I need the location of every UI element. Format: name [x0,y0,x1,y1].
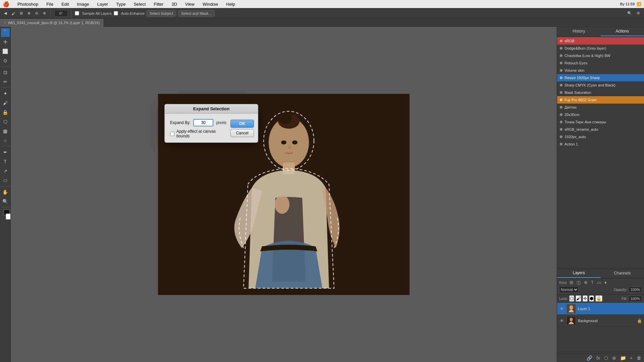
filter-type-btn[interactable]: T [590,280,595,285]
delete-layer-btn[interactable]: 🗑 [635,355,643,361]
hand-tool-icon[interactable]: ✋ [1,188,10,196]
action-item-dodge-burn[interactable]: Dodge&Burn (Grey layer) [557,45,644,52]
background-color-swatch[interactable] [6,214,11,220]
eyedropper-icon[interactable]: ✏ [1,77,10,86]
action-item-tochka[interactable]: Точка-Тире Аня стикеры [557,118,644,126]
add-mask-btn[interactable]: ⬡ [603,355,609,361]
selection-tool-icon[interactable]: ⬜ [1,47,10,56]
intersect-selection-btn[interactable]: ⊗ [42,10,47,16]
dialog-ok-button[interactable]: OK [230,120,254,128]
sample-all-layers-checkbox[interactable] [75,11,79,15]
new-layer-btn[interactable]: + [629,355,634,361]
action-item-sharp-cmyk[interactable]: Sharp CMYK (Cyan and Black) [557,81,644,89]
action-item-srgb-rename[interactable]: sRGB_rename_auto [557,126,644,133]
fill-input[interactable] [629,296,642,302]
action-item-srgb[interactable]: sRGB [557,37,644,45]
brush-tool-btn[interactable]: 🖌 [10,11,16,16]
pen-tool-icon[interactable]: ✒ [1,148,10,157]
menu-photoshop[interactable]: Photoshop [16,2,40,7]
move-tool-icon[interactable]: ✛ [1,38,10,46]
path-selection-icon[interactable]: ↗ [1,167,10,175]
filter-kind-btn[interactable]: ⊞ [569,280,574,285]
quick-selection-icon[interactable]: ⊙ [1,56,10,65]
lock-artboard-btn[interactable]: ⬢ [589,295,594,302]
history-tab[interactable]: History [557,27,601,36]
add-layer-style-btn[interactable]: fx [595,355,601,361]
lock-all-btn[interactable]: 🔒 [595,295,602,302]
tab-close-icon[interactable]: × [4,21,6,24]
action-item-resize[interactable]: Resize 1920px Sharp [557,74,644,81]
menu-3d[interactable]: 3D [170,2,178,7]
action-item-chastotka[interactable]: Chastotka (Low & High) BW [557,52,644,59]
layers-tab[interactable]: Layers [557,268,601,278]
opacity-input[interactable] [629,287,642,293]
layer-visibility-layer1[interactable]: 👁 [559,306,565,311]
canvas-bounds-label[interactable]: Apply effect at canvas bounds [176,129,226,138]
feather-input[interactable] [54,10,68,17]
auto-enhance-label[interactable]: Auto-Enhance [121,11,145,15]
dialog-cancel-button[interactable]: Cancel [230,129,254,137]
new-group-btn[interactable]: 📁 [619,355,627,361]
filter-shape-btn[interactable]: ▭ [596,280,602,285]
document-tab[interactable]: × IMG_6343_плохой_фон.tif @ 16,7% (Layer… [0,19,104,27]
actions-tab[interactable]: Actions [601,27,644,36]
action-item-mask-saturation[interactable]: Mask Saturation [557,89,644,96]
menu-edit[interactable]: Edit [60,2,70,7]
auto-enhance-checkbox[interactable] [114,11,118,15]
action-item-diptych[interactable]: Диптих [557,104,644,111]
menu-file[interactable]: File [45,2,55,7]
subtract-selection-btn[interactable]: ⊖ [34,10,40,16]
lock-paint-btn[interactable]: 🖌 [576,295,581,302]
select-and-mask-button[interactable]: Select and Mask... [178,10,215,16]
new-adjustment-btn[interactable]: ⊕ [611,355,618,361]
eraser-icon[interactable]: ⬡ [1,117,10,126]
lasso-tool-icon[interactable]: ⌒ [1,28,10,37]
menu-select[interactable]: Select [132,2,147,7]
apple-menu-icon[interactable]: 🍎 [3,1,9,7]
expand-by-input[interactable] [193,119,213,126]
layer-row-background[interactable]: 👁 Background 🔒 [557,315,644,327]
filter-smart-btn[interactable]: ♦ [603,280,608,285]
menu-type[interactable]: Type [115,2,127,7]
tool-options-arrow[interactable]: ◀ [3,10,8,16]
clone-stamp-icon[interactable]: 🔒 [1,108,10,117]
menu-filter[interactable]: Filter [153,2,165,7]
select-subject-button[interactable]: Select Subject [147,10,176,16]
crop-tool-icon[interactable]: ⊡ [1,68,10,77]
action-item-fuji[interactable]: Fuji Pro 800Z Grain [557,96,644,104]
menu-help[interactable]: Help [225,2,236,7]
add-selection-btn[interactable]: ⊕ [26,10,32,16]
blend-mode-select[interactable]: Normal [559,286,579,293]
action-item-1920px[interactable]: 1920px_auto [557,133,644,140]
action-item-retouch-eyes[interactable]: Retouch Eyes [557,59,644,67]
shape-tool-icon[interactable]: ⬭ [1,176,10,185]
layer-row-layer1[interactable]: 👁 Layer 1 [557,303,644,315]
menu-view[interactable]: View [184,2,196,7]
canvas-bounds-checkbox[interactable] [170,132,174,136]
menu-window[interactable]: Window [201,2,219,7]
zoom-tool-icon[interactable]: 🔍 [1,197,10,206]
expand-selection-dialog[interactable]: Expand Selection Expand By: pixels Apply… [164,104,258,143]
canvas-area[interactable]: + [11,27,557,362]
options-icon-btn[interactable]: ⚙ [635,10,641,16]
link-layers-btn[interactable]: 🔗 [585,355,594,361]
gradient-icon[interactable]: ▦ [1,127,10,135]
brush-icon[interactable]: 🖌 [1,99,10,107]
action-item-volume-skin[interactable]: Volume skin [557,67,644,74]
search-icon-btn[interactable]: 🔍 [626,10,633,16]
channels-tab[interactable]: Channels [601,268,644,278]
lock-transparent-btn[interactable]: ⬡ [569,295,574,302]
dodge-icon[interactable]: ○ [1,136,10,145]
healing-brush-icon[interactable]: ✦ [1,89,10,98]
layer-visibility-background[interactable]: 👁 [559,318,565,323]
filter-adjustment-btn[interactable]: ⊕ [583,280,589,285]
action-item-20x30[interactable]: 20x30cm [557,111,644,118]
action-item-action1[interactable]: Action 1 [557,140,644,148]
sample-all-layers-label[interactable]: Sample All Layers [82,11,112,15]
menu-image[interactable]: Image [76,2,91,7]
filter-pixel-btn[interactable]: ◫ [576,280,582,285]
menu-layer[interactable]: Layer [96,2,110,7]
new-selection-btn[interactable]: ⊞ [18,10,24,16]
lock-move-btn[interactable]: ✛ [583,295,588,302]
type-tool-icon[interactable]: T [1,157,10,166]
